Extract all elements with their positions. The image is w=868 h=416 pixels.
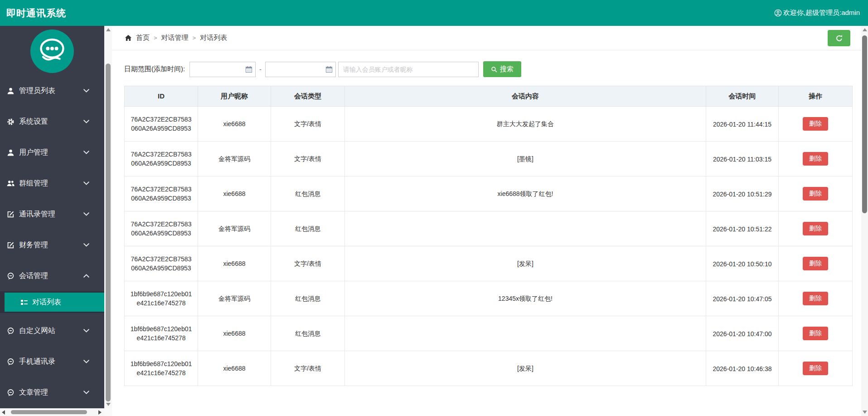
delete-button[interactable]: 删除 <box>803 187 828 201</box>
sidebar-item-article-management[interactable]: 文章管理 <box>0 377 104 408</box>
cell-time: 2026-01-20 10:47:00 <box>711 329 774 338</box>
cell-type: 文字/表情 <box>271 351 345 386</box>
cell-type: 文字/表情 <box>271 142 345 176</box>
delete-button[interactable]: 删除 <box>803 117 828 131</box>
scroll-left-arrow-icon[interactable] <box>2 410 5 415</box>
scroll-down-arrow-icon[interactable] <box>863 411 867 414</box>
calendar-icon <box>245 66 252 73</box>
table-row: 1bf6b9e687c120eb01e421c16e745278 xie6688… <box>125 316 853 351</box>
cell-type: 红包消息 <box>271 211 345 246</box>
cell-id: 76A2C372E2CB7583060A26A959CD8953 <box>130 115 193 133</box>
sidebar-item-system-settings[interactable]: 系统设置 <box>0 106 104 137</box>
table-row: 76A2C372E2CB7583060A26A959CD8953 金将军源码 红… <box>125 211 853 246</box>
chevron-down-icon <box>83 120 89 123</box>
sidebar-horizontal-scrollbar[interactable] <box>0 408 104 416</box>
filter-bar: 日期范围(添加时间): - 搜索 <box>124 61 852 77</box>
sidebar-item-label: 自定义网站 <box>19 326 55 336</box>
cell-id: 76A2C372E2CB7583060A26A959CD8953 <box>130 150 193 168</box>
table-row: 1bf6b9e687c120eb01e421c16e745278 金将军源码 红… <box>125 281 853 316</box>
cell-time: 2026-01-20 10:51:22 <box>711 225 774 234</box>
breadcrumb-separator: > <box>193 34 196 41</box>
comment-icon <box>7 272 15 280</box>
chevron-up-icon <box>83 274 89 278</box>
delete-button[interactable]: 删除 <box>803 152 828 166</box>
date-end-input[interactable] <box>265 62 336 77</box>
sidebar-item-custom-website[interactable]: 自定义网站 <box>0 315 104 346</box>
sidebar-item-label: 管理员列表 <box>19 86 55 96</box>
cell-type: 红包消息 <box>271 176 345 211</box>
delete-button[interactable]: 删除 <box>803 292 828 305</box>
page-vertical-scrollbar[interactable] <box>861 26 868 416</box>
column-header-content: 会话内容 <box>345 86 706 107</box>
sidebar-item-contacts-management[interactable]: 通讯录管理 <box>0 199 104 230</box>
date-start-input[interactable] <box>189 62 256 77</box>
column-header-actions: 操作 <box>779 86 853 107</box>
scroll-up-arrow-icon[interactable] <box>863 28 867 31</box>
keyword-search-input[interactable] <box>338 62 479 77</box>
welcome-area: 欢迎你,超级管理员:admin <box>774 9 860 17</box>
sidebar-nav: 管理员列表 系统设置 用户管理 群组管理 <box>0 75 104 408</box>
breadcrumb-session-management[interactable]: 对话管理 <box>161 34 189 42</box>
chevron-down-icon <box>83 212 89 216</box>
sidebar-item-label: 会话管理 <box>19 271 48 281</box>
cell-nickname: 金将军源码 <box>198 281 271 316</box>
column-header-type: 会话类型 <box>271 86 345 107</box>
delete-button[interactable]: 删除 <box>803 257 828 270</box>
sidebar: 管理员列表 系统设置 用户管理 群组管理 <box>0 26 104 416</box>
chevron-down-icon <box>83 89 89 93</box>
sidebar-item-finance-management[interactable]: 财务管理 <box>0 230 104 260</box>
cell-nickname: xie6688 <box>198 246 271 281</box>
search-button[interactable]: 搜索 <box>483 61 521 77</box>
cell-content: xie6688领取了红包! <box>345 176 706 211</box>
sidebar-item-phone-contacts[interactable]: 手机通讯录 <box>0 346 104 377</box>
delete-button[interactable]: 删除 <box>803 362 828 375</box>
scroll-up-arrow-icon[interactable] <box>106 28 111 31</box>
cell-nickname: xie6688 <box>198 351 271 386</box>
cell-time: 2026-01-20 11:44:15 <box>711 120 774 129</box>
cell-nickname: 金将军源码 <box>198 211 271 246</box>
search-button-label: 搜索 <box>500 65 514 73</box>
cell-id: 1bf6b9e687c120eb01e421c16e745278 <box>130 289 193 308</box>
cell-nickname: xie6688 <box>198 176 271 211</box>
date-range-separator: - <box>259 66 262 73</box>
vertical-scrollbar-thumb[interactable] <box>106 64 111 401</box>
sidebar-item-admin-list[interactable]: 管理员列表 <box>0 75 104 106</box>
sidebar-item-label: 系统设置 <box>19 117 48 127</box>
cell-content: [发呆] <box>345 351 706 386</box>
cell-time: 2026-01-20 10:46:38 <box>711 364 774 373</box>
vertical-scrollbar-thumb[interactable] <box>862 35 867 213</box>
scroll-right-arrow-icon[interactable] <box>98 410 102 415</box>
cell-time: 2026-01-20 10:47:05 <box>711 294 774 303</box>
content-vertical-scrollbar[interactable] <box>104 26 112 416</box>
chevron-down-icon <box>83 391 89 394</box>
users-icon <box>7 180 15 187</box>
calendar-icon <box>325 66 333 73</box>
cell-id: 76A2C372E2CB7583060A26A959CD8953 <box>130 220 193 238</box>
delete-button[interactable]: 删除 <box>803 327 828 340</box>
column-header-id: ID <box>125 86 198 107</box>
table-row: 76A2C372E2CB7583060A26A959CD8953 xie6688… <box>125 246 853 281</box>
sidebar-item-label: 文章管理 <box>19 388 48 397</box>
cell-type: 红包消息 <box>271 281 345 316</box>
cell-id: 1bf6b9e687c120eb01e421c16e745278 <box>130 324 193 343</box>
sidebar-item-group-management[interactable]: 群组管理 <box>0 168 104 199</box>
breadcrumb-home[interactable]: 首页 <box>136 34 150 42</box>
delete-button[interactable]: 删除 <box>803 222 828 235</box>
session-submenu: 对话列表 <box>0 291 104 313</box>
cell-nickname: xie6688 <box>198 316 271 351</box>
scroll-down-arrow-icon[interactable] <box>106 403 111 406</box>
sidebar-subitem-dialog-list-active[interactable]: 对话列表 <box>5 293 104 312</box>
sidebar-item-label: 用户管理 <box>19 148 48 157</box>
date-range-label: 日期范围(添加时间): <box>124 65 185 73</box>
table-header-row: ID 用户昵称 会话类型 会话内容 会话时间 操作 <box>125 86 853 107</box>
app-logo <box>30 29 74 73</box>
sidebar-item-user-management[interactable]: 用户管理 <box>0 137 104 168</box>
edit-icon <box>7 241 15 249</box>
top-header: 即时通讯系统 欢迎你,超级管理员:admin <box>0 0 868 26</box>
sidebar-item-label: 群组管理 <box>19 179 48 188</box>
edit-icon <box>7 210 15 218</box>
horizontal-scrollbar-thumb[interactable] <box>11 410 87 414</box>
sidebar-item-session-management[interactable]: 会话管理 <box>0 260 104 291</box>
cell-content: [发呆] <box>345 246 706 281</box>
refresh-button[interactable] <box>828 30 850 46</box>
